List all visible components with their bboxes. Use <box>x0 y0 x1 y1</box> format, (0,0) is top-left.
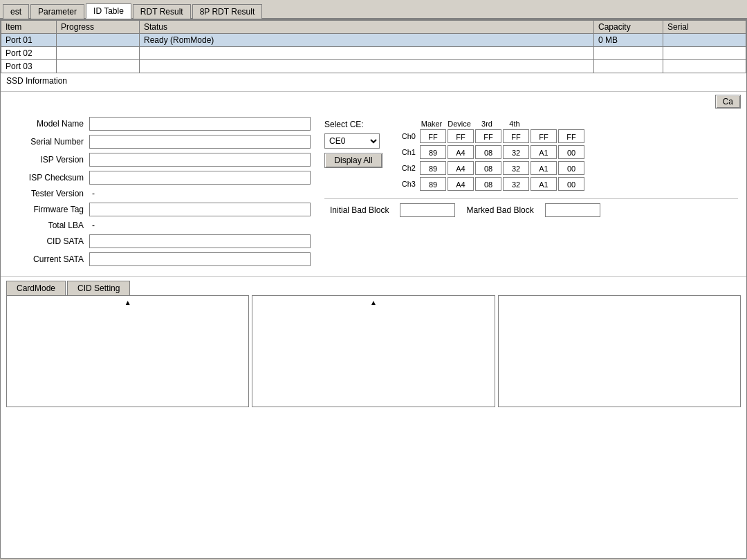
tab-rdt-result[interactable]: RDT Result <box>133 4 191 19</box>
port-item-1: Port 01 <box>1 34 57 47</box>
port-progress-1 <box>57 34 140 47</box>
initial-bad-block-input[interactable] <box>400 203 455 217</box>
ce-cell-ch0-1: FF <box>448 129 474 143</box>
ce-col-header-device: Device <box>446 120 472 128</box>
port-capacity-3 <box>594 60 663 73</box>
ce-cell-ch3-2: 08 <box>475 177 501 191</box>
tester-version-value: - <box>89 189 95 198</box>
tester-version-label: Tester Version <box>6 189 89 198</box>
ca-button-area: Ca <box>1 92 746 111</box>
port-table: Item Progress Status Capacity Serial Por… <box>1 20 746 73</box>
ce-cell-ch1-3: 32 <box>503 145 529 159</box>
port-status-2 <box>140 47 594 60</box>
form-row-model-name: Model Name <box>6 117 311 131</box>
main-content: Item Progress Status Capacity Serial Por… <box>0 19 747 559</box>
form-row-cid-sata: CID SATA <box>6 234 311 248</box>
form-row-isp-version: ISP Version <box>6 153 311 167</box>
ssd-title: SSD Information <box>6 76 741 86</box>
model-name-label: Model Name <box>6 119 89 129</box>
ce-col-header-3rd: 3rd <box>474 120 500 128</box>
ce-cell-ch3-1: A4 <box>448 177 474 191</box>
select-ce-area: Select CE: CE0 CE1 CE2 CE3 Display All <box>324 120 738 193</box>
col-header-capacity: Capacity <box>594 21 663 34</box>
ce-cell-ch3-3: 32 <box>503 177 529 191</box>
form-row-serial-number: Serial Number <box>6 135 311 149</box>
marked-bad-block-input[interactable] <box>545 203 600 217</box>
port-progress-3 <box>57 60 140 73</box>
port-item-2: Port 02 <box>1 47 57 60</box>
port-item-3: Port 03 <box>1 60 57 73</box>
port-serial-1 <box>663 34 746 47</box>
ce-col-header-maker: Maker <box>418 120 445 128</box>
marked-bad-block-label: Marked Bad Block <box>466 205 533 215</box>
ce-row-label-ch0: Ch0 <box>394 132 418 140</box>
form-row-firmware-tag: Firmware Tag <box>6 203 311 216</box>
port-serial-3 <box>663 60 746 73</box>
ce-cell-ch0-3: FF <box>503 129 529 143</box>
bad-block-row: Initial Bad Block Marked Bad Block <box>324 198 738 221</box>
ce-table-area: Maker Device 3rd 4th Ch0 FF FF FF FF <box>394 120 738 193</box>
ce-cell-ch1-0: 89 <box>420 145 446 159</box>
ce-cell-ch2-5: 00 <box>558 161 584 175</box>
display-all-button[interactable]: Display All <box>324 153 382 168</box>
select-ce-left: Select CE: CE0 CE1 CE2 CE3 Display All <box>324 120 382 168</box>
tab-est[interactable]: est <box>3 4 29 19</box>
initial-bad-block-label: Initial Bad Block <box>330 205 389 215</box>
table-row: Port 02 <box>1 47 746 60</box>
isp-checksum-input[interactable] <box>89 171 311 185</box>
ssd-section: SSD Information <box>1 73 746 92</box>
tab-parameter[interactable]: Parameter <box>30 4 84 19</box>
serial-number-label: Serial Number <box>6 137 89 147</box>
ce-row-label-ch3: Ch3 <box>394 180 418 188</box>
ce-cell-ch1-1: A4 <box>448 145 474 159</box>
tab-8p-rdt-result[interactable]: 8P RDT Result <box>192 4 263 19</box>
ce-select-dropdown[interactable]: CE0 CE1 CE2 CE3 <box>324 133 380 149</box>
ce-cell-ch0-2: FF <box>475 129 501 143</box>
port-capacity-1: 0 MB <box>594 34 663 47</box>
col-header-item: Item <box>1 21 57 34</box>
ce-cell-ch1-5: 00 <box>558 145 584 159</box>
tab-cardmode[interactable]: CardMode <box>6 281 66 295</box>
firmware-tag-label: Firmware Tag <box>6 205 89 214</box>
ce-cell-ch2-2: 08 <box>475 161 501 175</box>
model-name-input[interactable] <box>89 117 311 131</box>
ce-cell-ch1-4: A1 <box>531 145 557 159</box>
ce-select-row: CE0 CE1 CE2 CE3 <box>324 133 382 149</box>
current-sata-input[interactable] <box>89 252 311 266</box>
cid-sata-input[interactable] <box>89 234 311 248</box>
bottom-panel-2: ▲ <box>252 295 495 407</box>
firmware-tag-input[interactable] <box>89 203 311 216</box>
ce-row-label-ch1: Ch1 <box>394 148 418 156</box>
isp-version-label: ISP Version <box>6 155 89 165</box>
ce-row-label-ch2: Ch2 <box>394 164 418 172</box>
ce-row-ch0: Ch0 FF FF FF FF FF FF <box>394 129 738 143</box>
ce-row-ch3: Ch3 89 A4 08 32 A1 00 <box>394 177 738 191</box>
table-row: Port 01 Ready (RomMode) 0 MB <box>1 34 746 47</box>
select-ce-label: Select CE: <box>324 120 382 129</box>
right-panel: Select CE: CE0 CE1 CE2 CE3 Display All <box>322 117 741 270</box>
ce-cell-ch3-4: A1 <box>531 177 557 191</box>
ce-cell-ch1-2: 08 <box>475 145 501 159</box>
form-row-tester-version: Tester Version - <box>6 189 311 198</box>
table-row: Port 03 <box>1 60 746 73</box>
port-status-3 <box>140 60 594 73</box>
isp-version-input[interactable] <box>89 153 311 167</box>
form-row-isp-checksum: ISP Checksum <box>6 171 311 185</box>
tab-id-table[interactable]: ID Table <box>86 3 131 19</box>
ca-button[interactable]: Ca <box>715 95 741 109</box>
ce-row-ch2: Ch2 89 A4 08 32 A1 00 <box>394 161 738 175</box>
bottom-panel-3 <box>498 295 741 407</box>
tab-cid-setting[interactable]: CID Setting <box>67 281 130 295</box>
cid-sata-label: CID SATA <box>6 236 89 246</box>
isp-checksum-label: ISP Checksum <box>6 173 89 183</box>
port-capacity-2 <box>594 47 663 60</box>
bottom-tabs: CardMode CID Setting <box>1 276 746 295</box>
serial-number-input[interactable] <box>89 135 311 149</box>
tab-bar: est Parameter ID Table RDT Result 8P RDT… <box>0 0 747 19</box>
ce-cell-ch2-0: 89 <box>420 161 446 175</box>
bottom-panels: ▲ ▲ <box>1 295 746 413</box>
ce-cell-ch0-5: FF <box>558 129 584 143</box>
port-progress-2 <box>57 47 140 60</box>
port-serial-2 <box>663 47 746 60</box>
ce-row-ch1: Ch1 89 A4 08 32 A1 00 <box>394 145 738 159</box>
